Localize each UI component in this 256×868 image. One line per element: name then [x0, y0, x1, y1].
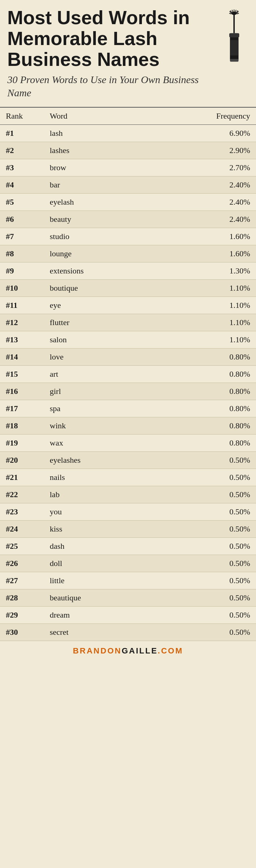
cell-rank: #8 [0, 245, 44, 262]
cell-rank: #26 [0, 555, 44, 572]
col-header-word: Word [44, 108, 150, 125]
cell-word: kiss [44, 521, 150, 538]
table-container: Rank Word Frequency #1lash6.90%#2lashes2… [0, 107, 256, 641]
table-row: #24kiss0.50% [0, 521, 256, 538]
brand-part2: GAILLE [122, 646, 158, 655]
cell-frequency: 1.30% [150, 262, 256, 280]
cell-rank: #13 [0, 331, 44, 349]
cell-rank: #4 [0, 176, 44, 194]
table-row: #19wax0.80% [0, 435, 256, 452]
cell-frequency: 0.50% [150, 555, 256, 572]
cell-frequency: 0.50% [150, 521, 256, 538]
cell-word: you [44, 503, 150, 521]
cell-rank: #16 [0, 383, 44, 400]
cell-rank: #28 [0, 589, 44, 607]
cell-word: lash [44, 125, 150, 142]
cell-frequency: 0.80% [150, 383, 256, 400]
cell-word: boutique [44, 280, 150, 297]
table-row: #23you0.50% [0, 503, 256, 521]
svg-rect-1 [229, 33, 239, 37]
table-row: #5eyelash2.40% [0, 194, 256, 211]
cell-word: secret [44, 624, 150, 641]
cell-frequency: 0.50% [150, 624, 256, 641]
mascara-wand-svg [221, 9, 248, 64]
col-header-rank: Rank [0, 108, 44, 125]
cell-frequency: 0.80% [150, 400, 256, 417]
table-row: #2lashes2.90% [0, 142, 256, 159]
cell-rank: #27 [0, 572, 44, 589]
table-row: #16girl0.80% [0, 383, 256, 400]
cell-frequency: 0.80% [150, 417, 256, 435]
cell-frequency: 0.50% [150, 607, 256, 624]
cell-rank: #18 [0, 417, 44, 435]
cell-word: wink [44, 417, 150, 435]
table-row: #14love0.80% [0, 349, 256, 366]
cell-word: nails [44, 469, 150, 486]
cell-word: brow [44, 159, 150, 176]
cell-rank: #17 [0, 400, 44, 417]
cell-frequency: 0.50% [150, 572, 256, 589]
footer-brand: BRANDONGAILLE.COM [73, 646, 183, 655]
cell-word: beauty [44, 211, 150, 228]
header-text: Most Used Words in Memorable Lash Busine… [7, 7, 219, 100]
table-row: #18wink0.80% [0, 417, 256, 435]
cell-frequency: 0.50% [150, 538, 256, 555]
cell-rank: #2 [0, 142, 44, 159]
table-row: #28beautique0.50% [0, 589, 256, 607]
cell-word: eyelash [44, 194, 150, 211]
table-row: #7studio1.60% [0, 228, 256, 245]
cell-rank: #23 [0, 503, 44, 521]
cell-rank: #11 [0, 297, 44, 314]
cell-word: flutter [44, 314, 150, 331]
cell-rank: #6 [0, 211, 44, 228]
cell-frequency: 0.80% [150, 349, 256, 366]
cell-word: little [44, 572, 150, 589]
table-row: #6beauty2.40% [0, 211, 256, 228]
cell-rank: #1 [0, 125, 44, 142]
cell-rank: #29 [0, 607, 44, 624]
page-wrapper: Most Used Words in Memorable Lash Busine… [0, 0, 256, 661]
table-row: #22lab0.50% [0, 486, 256, 503]
cell-rank: #10 [0, 280, 44, 297]
table-row: #13salon1.10% [0, 331, 256, 349]
cell-frequency: 0.50% [150, 503, 256, 521]
cell-rank: #22 [0, 486, 44, 503]
table-row: #27little0.50% [0, 572, 256, 589]
table-row: #12flutter1.10% [0, 314, 256, 331]
cell-frequency: 1.10% [150, 314, 256, 331]
svg-rect-2 [230, 40, 238, 55]
cell-frequency: 2.70% [150, 159, 256, 176]
cell-word: lab [44, 486, 150, 503]
cell-word: eye [44, 297, 150, 314]
cell-frequency: 0.50% [150, 469, 256, 486]
cell-word: lounge [44, 245, 150, 262]
subtitle: 30 Proven Words to Use in Your Own Busin… [7, 73, 219, 100]
cell-rank: #7 [0, 228, 44, 245]
cell-word: lashes [44, 142, 150, 159]
cell-word: art [44, 366, 150, 383]
cell-word: beautique [44, 589, 150, 607]
cell-word: bar [44, 176, 150, 194]
cell-word: wax [44, 435, 150, 452]
table-row: #10boutique1.10% [0, 280, 256, 297]
cell-word: doll [44, 555, 150, 572]
mascara-icon [219, 7, 249, 64]
data-table: Rank Word Frequency #1lash6.90%#2lashes2… [0, 108, 256, 641]
table-row: #11eye1.10% [0, 297, 256, 314]
cell-frequency: 0.50% [150, 452, 256, 469]
cell-rank: #5 [0, 194, 44, 211]
svg-point-5 [231, 12, 237, 15]
cell-frequency: 1.10% [150, 280, 256, 297]
table-row: #29dream0.50% [0, 607, 256, 624]
cell-word: extensions [44, 262, 150, 280]
cell-frequency: 1.60% [150, 245, 256, 262]
cell-frequency: 1.60% [150, 228, 256, 245]
svg-line-8 [232, 10, 233, 12]
cell-rank: #14 [0, 349, 44, 366]
table-row: #8lounge1.60% [0, 245, 256, 262]
table-row: #3brow2.70% [0, 159, 256, 176]
table-row: #26doll0.50% [0, 555, 256, 572]
col-header-frequency: Frequency [150, 108, 256, 125]
cell-frequency: 2.40% [150, 194, 256, 211]
brand-part3: .COM [158, 646, 183, 655]
